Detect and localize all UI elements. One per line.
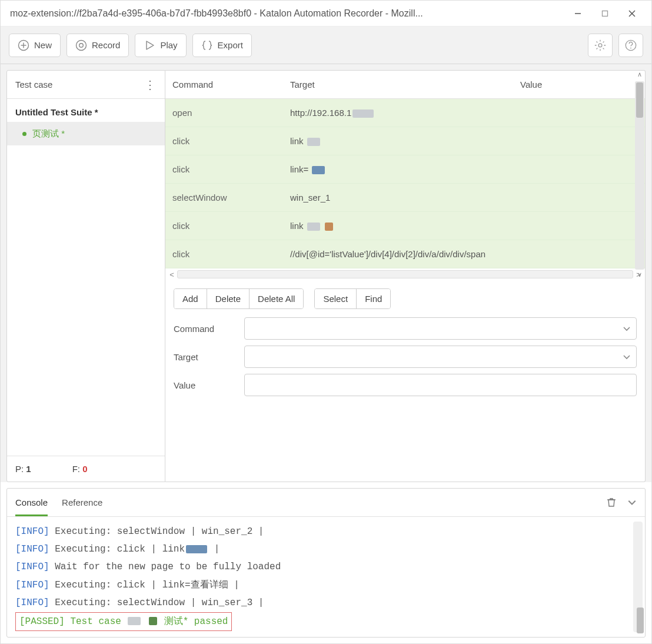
- bottom-panel: Console Reference [INFO] Executing: sele…: [6, 488, 646, 638]
- status-dot-icon: [22, 132, 26, 136]
- svg-marker-9: [147, 41, 154, 49]
- gear-icon: [594, 39, 607, 52]
- delete-button[interactable]: Delete: [207, 289, 250, 308]
- export-label: Export: [218, 40, 243, 50]
- commands-pane: Command Target Value openhttp://192.168.…: [165, 70, 646, 482]
- cell-target: win_ser_1: [290, 192, 520, 203]
- horizontal-scrollbar[interactable]: < >: [165, 268, 645, 280]
- bottom-tabs: Console Reference: [7, 489, 645, 517]
- table-row[interactable]: clicklink=: [165, 155, 645, 184]
- value-label: Value: [174, 380, 244, 390]
- locate-group: Select Find: [314, 288, 391, 309]
- cell-target: link=: [290, 164, 520, 174]
- test-suite-name[interactable]: Untitled Test Suite *: [7, 99, 165, 122]
- scroll-down-icon[interactable]: ∨: [637, 271, 642, 280]
- target-label: Target: [174, 352, 244, 362]
- log-line: [INFO] Wait for the new page to be fully…: [15, 558, 637, 576]
- cell-command: selectWindow: [172, 192, 290, 203]
- target-input[interactable]: [244, 346, 637, 368]
- cell-command: click: [172, 136, 290, 146]
- command-table: Command Target Value openhttp://192.168.…: [165, 71, 645, 280]
- console-log: [INFO] Executing: selectWindow | win_ser…: [7, 517, 645, 637]
- test-case-header: Test case ⋮: [7, 71, 165, 99]
- cell-target: link: [290, 136, 520, 146]
- scroll-up-icon[interactable]: ∧: [637, 71, 642, 80]
- help-icon: [624, 39, 637, 52]
- scroll-left-icon[interactable]: <: [167, 270, 177, 279]
- test-case-row[interactable]: 页测试 *: [7, 122, 165, 145]
- header-command: Command: [172, 79, 290, 89]
- log-scroll-thumb[interactable]: [637, 608, 644, 633]
- record-icon: [75, 39, 87, 51]
- svg-point-8: [79, 43, 84, 47]
- action-bar: Add Delete Delete All Select Find: [165, 280, 645, 315]
- svg-point-7: [76, 40, 87, 50]
- cell-command: open: [172, 108, 290, 118]
- test-case-list: [7, 145, 165, 456]
- log-line: [INFO] Executing: click | link |: [15, 540, 637, 558]
- table-row[interactable]: click//div[@id='listValue']/div[4]/div[2…: [165, 240, 645, 268]
- chevron-down-icon[interactable]: [623, 353, 631, 361]
- find-button[interactable]: Find: [357, 289, 390, 308]
- value-input[interactable]: [244, 374, 637, 396]
- chevron-down-icon[interactable]: [627, 497, 637, 507]
- trash-icon[interactable]: [606, 497, 617, 507]
- add-button[interactable]: Add: [174, 289, 207, 308]
- table-row[interactable]: openhttp://192.168.1: [165, 99, 645, 127]
- header-value: Value: [520, 79, 638, 89]
- svg-rect-1: [603, 11, 608, 16]
- play-label: Play: [160, 40, 177, 50]
- table-row[interactable]: selectWindowwin_ser_1: [165, 184, 645, 212]
- svg-point-12: [630, 47, 631, 48]
- window-title: moz-extension://f2ba7a4d-e395-406a-b7d7-…: [10, 8, 564, 19]
- minimize-icon: [574, 10, 581, 17]
- cell-command: click: [172, 164, 290, 174]
- app-window: moz-extension://f2ba7a4d-e395-406a-b7d7-…: [0, 0, 652, 644]
- vertical-scrollbar[interactable]: ∧ ∨: [634, 71, 645, 280]
- table-row[interactable]: clicklink: [165, 127, 645, 155]
- export-button[interactable]: Export: [192, 34, 252, 57]
- command-table-header: Command Target Value: [165, 71, 645, 99]
- chevron-down-icon[interactable]: [623, 324, 631, 333]
- select-button[interactable]: Select: [315, 289, 357, 308]
- command-label: Command: [174, 324, 244, 334]
- play-icon: [144, 39, 155, 51]
- test-case-name: 页测试 *: [32, 128, 65, 140]
- play-button[interactable]: Play: [135, 34, 186, 57]
- tab-reference[interactable]: Reference: [62, 489, 102, 516]
- scroll-track[interactable]: [177, 270, 633, 278]
- cell-command: click: [172, 249, 290, 259]
- new-button[interactable]: New: [9, 34, 61, 57]
- svg-point-10: [598, 44, 602, 47]
- delete-all-button[interactable]: Delete All: [250, 289, 303, 308]
- command-form: Command Target Value: [165, 315, 645, 404]
- header-target: Target: [290, 79, 520, 89]
- test-case-footer: P: 1 F: 0: [7, 456, 165, 482]
- close-icon: [628, 10, 636, 17]
- settings-button[interactable]: [588, 34, 613, 57]
- edit-group: Add Delete Delete All: [174, 288, 304, 309]
- log-tag: [INFO]: [15, 544, 49, 555]
- log-passed-line: [PASSED] Test case 测试* passed: [15, 612, 637, 631]
- log-line: [INFO] Executing: click | link=查看详细 |: [15, 576, 637, 594]
- command-input[interactable]: [244, 317, 637, 340]
- scroll-vtrack[interactable]: [635, 81, 644, 270]
- main-area: Test case ⋮ Untitled Test Suite * 页测试 * …: [1, 64, 651, 482]
- log-tag: [INFO]: [15, 580, 49, 590]
- table-row[interactable]: clicklink: [165, 212, 645, 240]
- record-label: Record: [92, 40, 120, 50]
- cell-command: click: [172, 221, 290, 231]
- plus-circle-icon: [18, 39, 29, 51]
- braces-icon: [201, 39, 213, 51]
- close-button[interactable]: [618, 4, 646, 23]
- log-line: [INFO] Executing: selectWindow | win_ser…: [15, 523, 637, 540]
- help-button[interactable]: [618, 34, 643, 57]
- scroll-thumb[interactable]: [636, 82, 643, 118]
- toolbar: New Record Play Export: [1, 26, 651, 64]
- maximize-button[interactable]: [591, 4, 618, 23]
- record-button[interactable]: Record: [66, 34, 129, 57]
- minimize-button[interactable]: [564, 4, 591, 23]
- kebab-menu-icon[interactable]: ⋮: [144, 78, 157, 92]
- tab-console[interactable]: Console: [15, 489, 48, 516]
- cell-target: //div[@id='listValue']/div[4]/div[2]/div…: [290, 249, 520, 259]
